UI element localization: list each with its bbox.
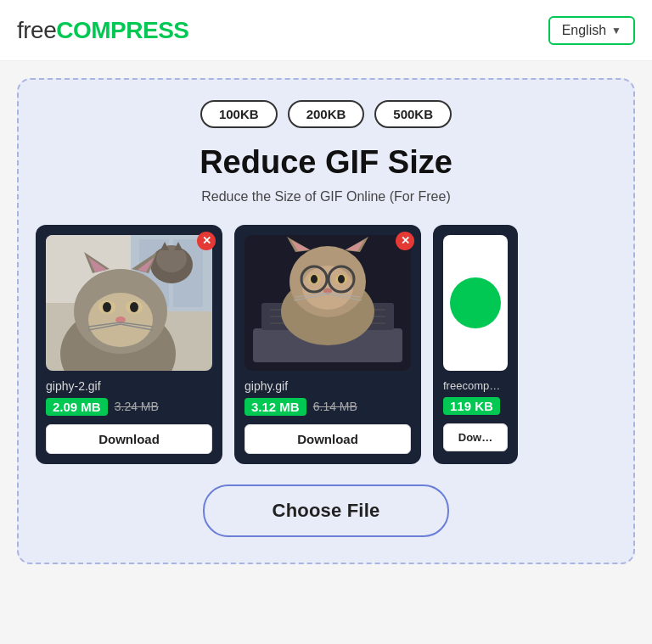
main-content: 100KB 200KB 500KB Reduce GIF Size Reduce…: [0, 61, 652, 590]
download-card1-button[interactable]: Download: [46, 424, 212, 454]
file-preview-2: [244, 235, 411, 371]
svg-point-14: [103, 302, 111, 312]
card1-filename: giphy-2.gif: [46, 379, 212, 393]
download-card3-button[interactable]: Dow…: [443, 423, 508, 451]
card2-old-size: 6.14 MB: [313, 400, 357, 413]
choose-file-button[interactable]: Choose File: [203, 484, 450, 537]
tool-container: 100KB 200KB 500KB Reduce GIF Size Reduce…: [17, 78, 635, 564]
logo-compress-text: COMPRESS: [56, 17, 188, 43]
card2-new-size: 3.12 MB: [244, 398, 306, 416]
card2-filename: giphy.gif: [244, 379, 411, 393]
language-selector[interactable]: English ▼: [548, 16, 635, 45]
svg-point-39: [311, 275, 318, 283]
card3-filename: freecomp…: [443, 379, 508, 392]
file-card-1: ✕: [36, 225, 222, 464]
choose-file-section: Choose File: [36, 484, 616, 537]
download-card2-button[interactable]: Download: [244, 424, 411, 454]
cat1-image: [46, 235, 212, 371]
svg-point-40: [338, 275, 345, 283]
chevron-down-icon: ▼: [611, 25, 621, 36]
size-200kb-button[interactable]: 200KB: [288, 100, 365, 128]
svg-point-33: [302, 266, 353, 310]
size-100kb-button[interactable]: 100KB: [200, 100, 278, 128]
logo: freeCOMPRESS: [17, 17, 189, 44]
card2-sizes: 3.12 MB 6.14 MB: [244, 398, 411, 416]
size-500kb-button[interactable]: 500KB: [374, 100, 452, 128]
page-subtitle: Reduce the Size of GIF Online (For Free): [36, 189, 616, 204]
card3-preview-blob: [450, 277, 501, 328]
size-preset-row: 100KB 200KB 500KB: [36, 100, 616, 128]
file-preview-1: [46, 235, 212, 371]
header: freeCOMPRESS English ▼: [0, 0, 652, 61]
card1-sizes: 2.09 MB 3.24 MB: [46, 398, 212, 416]
svg-point-15: [130, 302, 138, 312]
close-card-2-button[interactable]: ✕: [396, 232, 414, 250]
card3-new-size: 119 KB: [443, 397, 500, 415]
file-card-2: ✕: [234, 225, 421, 464]
card1-new-size: 2.09 MB: [46, 398, 108, 416]
file-preview-3: [443, 235, 508, 371]
file-card-3: freecomp… 119 KB Dow…: [433, 225, 518, 464]
svg-point-6: [156, 245, 187, 272]
language-label: English: [562, 23, 606, 38]
cat2-image: [244, 235, 411, 371]
file-cards-row: ✕: [36, 225, 616, 464]
logo-free-text: free: [17, 17, 56, 43]
page-title: Reduce GIF Size: [36, 143, 616, 182]
card1-old-size: 3.24 MB: [115, 400, 159, 413]
card3-sizes: 119 KB: [443, 397, 508, 415]
close-card-1-button[interactable]: ✕: [197, 232, 216, 250]
